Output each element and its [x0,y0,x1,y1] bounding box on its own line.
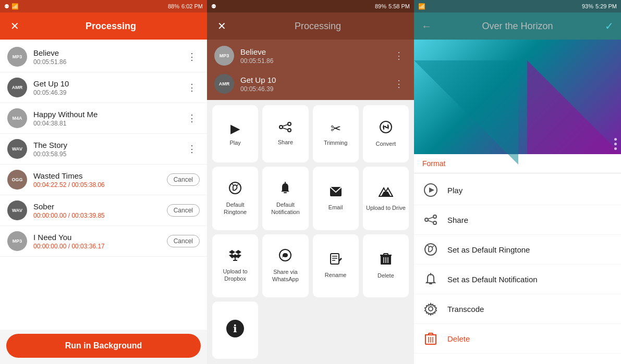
item-info: Believe 00:05:51.86 [33,48,184,66]
item-info: Believe 00:05:51.86 [240,47,391,65]
app-bar-3: ← Over the Horizon ✓ [414,12,621,40]
list-item: MP3 I Need You 00:00:00.00 / 00:03:36.17… [0,226,207,257]
share-icon [279,122,291,135]
selected-track-item: MP3 Believe 00:05:51.86 ⋮ [207,42,414,70]
file-badge: WAV [7,200,27,220]
cancel-button[interactable]: Cancel [167,204,200,217]
whatsapp-icon [278,248,292,265]
item-duration-progress: 00:04:22.52 / 00:05:38.06 [33,181,167,189]
item-menu-button[interactable]: ⋮ [391,48,407,64]
cancel-button[interactable]: Cancel [167,173,200,186]
list-item: WAV The Story 00:03:58.95 ⋮ [0,134,207,165]
list-item: MP3 Believe 00:05:51.86 ⋮ [0,42,207,72]
item-title: The Story [33,141,184,149]
menu-item-notification[interactable]: Set as Default Notification [414,265,621,294]
cancel-button[interactable]: Cancel [167,235,200,247]
status-bar-1: ⚉ 📶 88% 6:02 PM [0,0,207,12]
app-title-2: Processing [229,21,407,32]
list-item: WAV Sober 00:00:00.00 / 00:03:39.85 Canc… [0,195,207,226]
list-item: AMR Get Up 10 00:05:46.39 ⋮ [0,72,207,103]
svg-line-45 [428,245,429,247]
menu-item-label: Set as Default Notification [447,275,538,284]
action-trimming[interactable]: ✂ Trimming [313,105,359,162]
svg-line-8 [232,184,234,185]
song-menu-list: Play Share Set as Default Ringtone Set a… [414,173,621,364]
menu-item-label: Transcode [447,305,484,313]
action-label: Default Ringtone [215,201,255,216]
close-button-1[interactable]: ✕ [7,20,22,32]
action-label: Trimming [324,139,347,146]
action-dropbox[interactable]: Upload to Dropbox [212,234,258,297]
action-upload-drive[interactable]: Upload to Drive [363,167,409,230]
options-dots[interactable] [614,138,617,150]
time-text-3: 5:29 PM [595,3,617,9]
svg-point-1 [279,125,283,129]
menu-item-label: Set as Default Ringtone [447,245,530,254]
ringtone-icon-3 [422,241,439,258]
action-label: Default Notification [265,201,305,216]
action-rename[interactable]: Rename [313,234,359,297]
wechat-icon-2: ⚉ [211,3,216,10]
gear-icon [422,300,439,317]
action-label: Share via WhatsApp [265,268,305,283]
action-whatsapp[interactable]: Share via WhatsApp [262,234,308,297]
action-label: Email [328,204,343,211]
action-play[interactable]: ▶ Play [212,105,258,162]
svg-line-3 [283,124,288,127]
panel-processing-list: ⚉ 📶 88% 6:02 PM ✕ Processing MP3 Believe… [0,0,207,364]
svg-marker-37 [429,187,434,193]
action-email[interactable]: Email [313,167,359,230]
item-menu-button[interactable]: ⋮ [184,49,200,65]
action-share[interactable]: Share [262,105,308,162]
action-delete[interactable]: Delete [363,234,409,297]
menu-item-label: Share [447,216,468,224]
menu-item-transcode[interactable]: Transcode [414,294,621,324]
convert-icon [379,120,393,137]
wallpaper-decoration-1 [414,60,518,165]
track-list-1: MP3 Believe 00:05:51.86 ⋮ AMR Get Up 10 … [0,40,207,330]
item-title: Believe [240,47,391,56]
menu-item-play[interactable]: Play [414,175,621,205]
item-title: Happy Without Me [33,110,184,119]
item-duration: 00:05:46.39 [33,89,184,96]
item-duration-progress: 00:00:00.00 / 00:03:36.17 [33,243,167,250]
menu-item-delete[interactable]: Delete [414,324,621,354]
status-right-2: 89% 5:58 PM [375,3,410,9]
item-info: Happy Without Me 00:04:38.81 [33,110,184,127]
wallpaper-decoration-2 [527,60,621,154]
item-title: Get Up 10 [33,79,184,88]
run-background-button[interactable]: Run in Background [6,334,201,358]
item-menu-button[interactable]: ⋮ [184,110,200,126]
item-menu-button[interactable]: ⋮ [391,76,407,92]
action-convert[interactable]: Convert [363,105,409,162]
item-menu-button[interactable]: ⋮ [184,80,200,95]
panel-processing-actions: ⚉ 89% 5:58 PM ✕ Processing MP3 Believe 0… [207,0,414,364]
dot-1 [614,138,617,141]
item-info: The Story 00:03:58.95 [33,141,184,158]
svg-line-7 [237,184,238,186]
item-info: Sober 00:00:00.00 / 00:03:39.85 [33,202,167,219]
dot-3 [614,147,617,150]
item-menu-button[interactable]: ⋮ [184,141,200,157]
action-label: Share [278,139,293,146]
back-button-3[interactable]: ← [421,20,436,32]
item-title: Wasted Times [33,171,167,180]
scissors-icon: ✂ [331,121,341,136]
svg-line-4 [283,128,288,130]
file-badge: AMR [214,74,234,94]
action-info[interactable]: ℹ [212,302,258,359]
item-info: Wasted Times 00:04:22.52 / 00:05:38.06 [33,171,167,189]
close-button-2[interactable]: ✕ [214,20,229,32]
action-default-ringtone[interactable]: Default Ringtone [212,167,258,230]
action-label: Upload to Dropbox [215,268,255,283]
battery-text-3: 93% [582,3,593,9]
ringtone-icon [228,181,242,198]
menu-item-ringtone[interactable]: Set as Default Ringtone [414,235,621,265]
status-left-2: ⚉ [211,3,216,10]
check-button-3[interactable]: ✓ [599,20,614,32]
action-label: Rename [325,271,347,279]
action-default-notification[interactable]: Default Notification [262,167,308,230]
svg-point-43 [425,244,436,255]
menu-item-share[interactable]: Share [414,205,621,235]
file-badge: OGG [7,170,27,190]
